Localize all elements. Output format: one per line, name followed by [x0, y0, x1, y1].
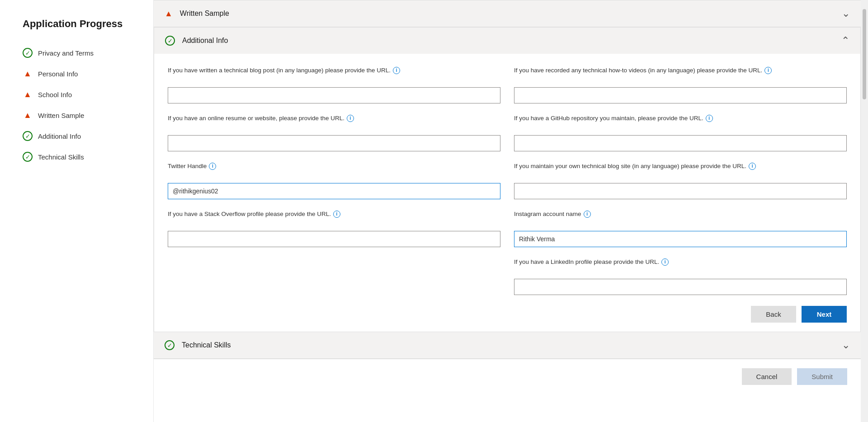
- written-sample-header-left: ▲ Written Sample: [165, 9, 229, 19]
- sidebar-item-written-sample[interactable]: ▲ Written Sample: [23, 105, 140, 126]
- form-col-instagram: Instagram account name i: [514, 210, 847, 247]
- how-to-videos-label: If you have recorded any technical how-t…: [514, 66, 847, 84]
- stackoverflow-input[interactable]: [168, 231, 500, 247]
- cancel-button[interactable]: Cancel: [742, 368, 792, 385]
- privacy-status-icon: ✓: [23, 48, 33, 58]
- additional-info-header-left: ✓ Additional Info: [165, 36, 228, 46]
- form-col-blog-post: If you have written a technical blog pos…: [168, 66, 500, 103]
- technical-skills-title: Technical Skills: [182, 341, 231, 349]
- warning-icon-3: ▲: [24, 111, 32, 120]
- stackoverflow-info-icon[interactable]: i: [333, 211, 340, 218]
- twitter-label: Twitter Handle i: [168, 162, 500, 179]
- additional-info-button-row: Back Next: [168, 306, 847, 323]
- submit-button: Submit: [797, 368, 847, 385]
- check-icon: ✓: [23, 48, 33, 58]
- linkedin-input[interactable]: [514, 279, 847, 295]
- additional-info-section-header[interactable]: ✓ Additional Info ⌃: [154, 28, 860, 54]
- own-blog-input[interactable]: [514, 183, 847, 199]
- form-col-linkedin: If you have a LinkedIn profile please pr…: [514, 258, 847, 295]
- form-col-empty: [168, 258, 500, 295]
- additional-info-chevron-icon: ⌃: [841, 35, 849, 47]
- form-col-own-blog: If you maintain your own technical blog …: [514, 162, 847, 199]
- twitter-info-icon[interactable]: i: [209, 163, 216, 170]
- sidebar-item-technical-skills[interactable]: ✓ Technical Skills: [23, 146, 140, 167]
- how-to-videos-input[interactable]: [514, 87, 847, 103]
- sidebar-title: Application Progress: [23, 18, 140, 30]
- github-info-icon[interactable]: i: [706, 115, 713, 122]
- technical-skills-section: ✓ Technical Skills ⌄: [154, 332, 861, 359]
- sidebar-label-written-sample: Written Sample: [38, 112, 84, 119]
- sidebar-item-privacy-and-terms[interactable]: ✓ Privacy and Terms: [23, 42, 140, 63]
- warning-icon-2: ▲: [24, 90, 32, 99]
- sidebar-label-additional-info: Additional Info: [38, 132, 81, 140]
- instagram-input[interactable]: [514, 231, 847, 247]
- form-col-github: If you have a GitHub repository you main…: [514, 114, 847, 151]
- own-blog-info-icon[interactable]: i: [749, 163, 756, 170]
- technical-skills-chevron-icon: ⌄: [842, 339, 850, 351]
- sidebar-item-additional-info[interactable]: ✓ Additional Info: [23, 126, 140, 146]
- sidebar: Application Progress ✓ Privacy and Terms…: [0, 0, 154, 422]
- instagram-info-icon[interactable]: i: [584, 211, 591, 218]
- blog-post-input[interactable]: [168, 87, 500, 103]
- technical-skills-section-header[interactable]: ✓ Technical Skills ⌄: [154, 332, 861, 359]
- form-row-5: If you have a LinkedIn profile please pr…: [168, 258, 847, 295]
- form-row-4: If you have a Stack Overflow profile ple…: [168, 210, 847, 247]
- sidebar-item-school-info[interactable]: ▲ School Info: [23, 84, 140, 105]
- blog-post-label: If you have written a technical blog pos…: [168, 66, 500, 84]
- sidebar-item-personal-info[interactable]: ▲ Personal Info: [23, 63, 140, 84]
- scrollbar[interactable]: [861, 0, 868, 422]
- form-col-online-resume: If you have an online resume or website,…: [168, 114, 500, 151]
- additional-info-section: ✓ Additional Info ⌃ If you have written …: [154, 27, 861, 332]
- sidebar-label-privacy: Privacy and Terms: [38, 49, 94, 57]
- back-button[interactable]: Back: [751, 306, 796, 323]
- sidebar-label-technical-skills: Technical Skills: [38, 153, 84, 161]
- github-input[interactable]: [514, 135, 847, 151]
- personal-info-status-icon: ▲: [23, 69, 33, 79]
- written-sample-title: Written Sample: [180, 9, 229, 18]
- written-sample-warning-icon: ▲: [165, 9, 173, 19]
- form-row-2: If you have an online resume or website,…: [168, 114, 847, 151]
- form-row-3: Twitter Handle i If you maintain your ow…: [168, 162, 847, 199]
- next-button[interactable]: Next: [802, 306, 847, 323]
- linkedin-info-icon[interactable]: i: [661, 258, 669, 266]
- written-sample-chevron-icon: ⌄: [842, 8, 850, 19]
- technical-skills-check-icon: ✓: [165, 340, 175, 350]
- form-row-1: If you have written a technical blog pos…: [168, 66, 847, 103]
- online-resume-input[interactable]: [168, 135, 500, 151]
- sidebar-label-school-info: School Info: [38, 91, 72, 98]
- own-blog-label: If you maintain your own technical blog …: [514, 162, 847, 179]
- online-resume-label: If you have an online resume or website,…: [168, 114, 500, 131]
- form-col-stackoverflow: If you have a Stack Overflow profile ple…: [168, 210, 500, 247]
- bottom-actions: Cancel Submit: [154, 359, 861, 394]
- additional-info-status-icon: ✓: [23, 131, 33, 141]
- main-content: ▲ Written Sample ⌄ ✓ Additional Info ⌃: [154, 0, 861, 422]
- blog-post-info-icon[interactable]: i: [393, 67, 400, 74]
- warning-icon: ▲: [24, 69, 32, 79]
- stackoverflow-label: If you have a Stack Overflow profile ple…: [168, 210, 500, 227]
- twitter-input[interactable]: [168, 183, 500, 199]
- written-sample-section-header[interactable]: ▲ Written Sample ⌄: [154, 0, 861, 27]
- online-resume-info-icon[interactable]: i: [347, 115, 354, 122]
- sidebar-label-personal-info: Personal Info: [38, 70, 78, 78]
- scrollbar-thumb[interactable]: [863, 9, 866, 99]
- check-icon-3: ✓: [23, 152, 33, 162]
- school-info-status-icon: ▲: [23, 89, 33, 99]
- technical-skills-header-left: ✓ Technical Skills: [165, 340, 231, 350]
- additional-info-title: Additional Info: [182, 37, 228, 45]
- technical-skills-status-icon: ✓: [23, 152, 33, 162]
- written-sample-status-icon: ▲: [23, 110, 33, 120]
- form-col-twitter: Twitter Handle i: [168, 162, 500, 199]
- linkedin-label: If you have a LinkedIn profile please pr…: [514, 258, 847, 275]
- additional-info-form-body: If you have written a technical blog pos…: [154, 54, 860, 332]
- github-label: If you have a GitHub repository you main…: [514, 114, 847, 131]
- additional-info-check-icon: ✓: [165, 36, 175, 46]
- form-col-how-to-videos: If you have recorded any technical how-t…: [514, 66, 847, 103]
- instagram-label: Instagram account name i: [514, 210, 847, 227]
- how-to-videos-info-icon[interactable]: i: [764, 67, 772, 74]
- check-icon-2: ✓: [23, 131, 33, 141]
